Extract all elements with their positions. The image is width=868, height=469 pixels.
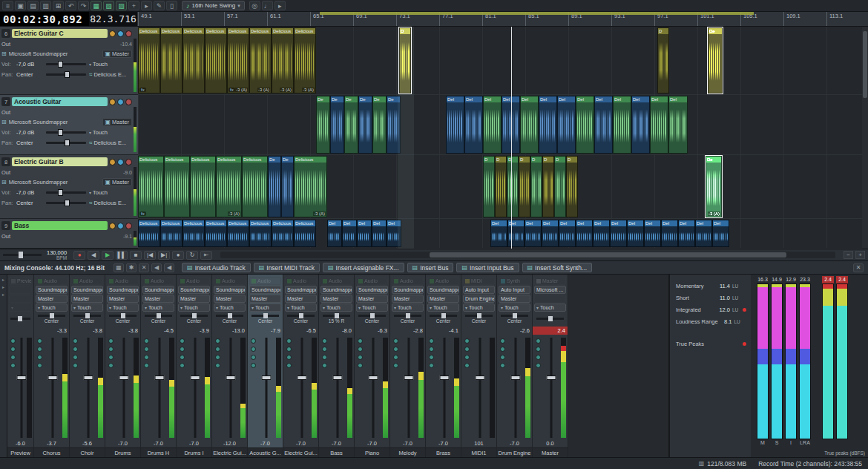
audio-clip[interactable]: De — [344, 96, 358, 154]
audio-clip[interactable]: Delicious — [138, 220, 160, 247]
volume-fader[interactable] — [114, 336, 134, 439]
mute-button[interactable] — [109, 99, 116, 105]
mixer-channel-strip[interactable]: Audio Soundmapper Master ▾Touch Center -… — [212, 275, 248, 457]
fx-chain[interactable]: ≈Delicious E... — [89, 71, 132, 78]
audio-clip[interactable]: Delicious fx — [138, 156, 164, 217]
pan-control[interactable]: Center — [426, 312, 461, 327]
channel-output-bus[interactable]: Master — [71, 295, 103, 303]
channel-automation[interactable]: ▾Touch — [356, 304, 388, 312]
automation-mode[interactable]: ▾Touch — [89, 189, 132, 196]
close-icon[interactable]: ✕ — [853, 263, 864, 272]
audio-clip[interactable]: Del — [712, 220, 729, 247]
solo-button[interactable] — [117, 99, 124, 105]
audio-clip[interactable]: Delicious — [205, 27, 227, 94]
insert-button[interactable]: ▤ Insert Soft Synth... — [522, 263, 592, 272]
audio-clip[interactable]: Del — [610, 220, 627, 247]
volume-fader[interactable] — [257, 336, 276, 439]
audio-clip[interactable]: D — [657, 27, 669, 94]
pan-control[interactable] — [7, 312, 33, 327]
clip-header[interactable]: Delicious — [139, 157, 163, 163]
mixer-channel-strip[interactable]: Audio Soundmapper Master ▾Touch 15 % R -… — [319, 275, 355, 457]
toolbar-icon[interactable]: ⊞ — [53, 1, 64, 10]
fader-thumb[interactable] — [262, 375, 272, 380]
audio-clip[interactable]: Del — [464, 96, 483, 154]
clip-header[interactable]: Delicious — [228, 28, 249, 34]
volume-fader[interactable] — [470, 336, 490, 439]
send-knobs[interactable] — [427, 336, 435, 439]
fader-thumb[interactable] — [511, 375, 521, 380]
send-knobs[interactable] — [142, 336, 150, 439]
clip-header[interactable]: Del — [611, 220, 626, 226]
audio-clip[interactable]: Del — [695, 220, 712, 247]
track-header[interactable]: 7 Acoustic Guitar Out ⊞ Microsoft Soundm… — [0, 95, 138, 155]
audio-clip[interactable]: D — [483, 156, 495, 217]
channel-output-bus[interactable]: Master — [107, 295, 139, 303]
clip-header[interactable]: Del — [651, 96, 668, 102]
send-knobs[interactable] — [463, 336, 470, 439]
audio-clip[interactable]: Del — [593, 220, 610, 247]
audio-clip[interactable]: Delicious fx — [138, 27, 160, 94]
audio-clip[interactable]: Del — [327, 220, 342, 247]
channel-name[interactable]: Choir — [70, 447, 105, 457]
pan-control[interactable] — [533, 312, 568, 327]
mixer-channel-strip[interactable]: Preview ▾ -6.0 Preview — [7, 275, 34, 457]
fx-chain[interactable]: ≈Delicious E... — [89, 200, 132, 206]
volume-slider[interactable] — [46, 63, 86, 65]
channel-output-bus[interactable]: Master — [320, 295, 352, 303]
fader-thumb[interactable] — [84, 375, 93, 380]
clip-header[interactable]: Del — [632, 96, 649, 102]
horizontal-scrollbar[interactable] — [220, 252, 835, 258]
channel-input[interactable]: Soundmapper — [427, 286, 459, 294]
channel-output-bus[interactable]: Master — [36, 295, 68, 303]
volume-fader[interactable] — [185, 336, 205, 439]
audio-clip[interactable]: Delicious -3 (A) — [216, 156, 242, 217]
mixer-channel-strip[interactable]: Audio Soundmapper Master ▾Touch Center -… — [283, 275, 319, 457]
audio-clip[interactable]: Delicious — [227, 220, 249, 247]
pan-control[interactable]: Center — [70, 312, 105, 327]
record-arm-button[interactable] — [125, 99, 132, 105]
track-header[interactable]: 8 Electric Guitar B Out -9.0 ⊞ Microsoft… — [0, 155, 138, 219]
channel-input[interactable]: Soundmapper — [392, 286, 424, 294]
clip-header[interactable]: Del — [645, 220, 660, 226]
channel-automation[interactable]: ▾Touch — [463, 304, 495, 312]
audio-clip[interactable]: D — [530, 156, 542, 217]
send-knobs[interactable] — [356, 336, 364, 439]
mixer-channel-strip[interactable]: Audio Soundmapper Master ▾Touch Center -… — [426, 275, 461, 457]
clip-header[interactable]: Del — [343, 220, 356, 226]
transport-button[interactable]: ● — [73, 251, 85, 260]
channel-name[interactable]: Drums H — [141, 447, 176, 457]
fader-thumb[interactable] — [226, 375, 236, 380]
mixer-channel-strip[interactable]: Audio Soundmapper Master ▾Touch Center -… — [70, 275, 105, 457]
fader-thumb[interactable] — [119, 375, 129, 380]
automation-mode[interactable]: ▾Touch — [89, 61, 132, 68]
send-knobs[interactable] — [534, 336, 542, 439]
clip-header[interactable]: Del — [484, 96, 501, 102]
record-arm-button[interactable] — [125, 223, 132, 229]
clip-header[interactable]: Del — [662, 220, 677, 226]
clip-header[interactable]: Del — [669, 96, 687, 102]
audio-clip[interactable]: Delicious fx -3 (A) — [227, 27, 249, 94]
toolbar-icon[interactable]: ▣ — [15, 1, 26, 10]
clip-header[interactable]: Delicious — [161, 28, 182, 34]
mixer-channel-strip[interactable]: Audio Soundmapper Master ▾Touch Center -… — [355, 275, 390, 457]
pan-slider[interactable] — [46, 202, 86, 204]
tempo-display[interactable]: 130,000 BPM — [47, 250, 67, 260]
audio-clip[interactable]: Delicious — [242, 156, 268, 217]
clip-header[interactable]: Delicious — [217, 157, 241, 163]
clip-header[interactable]: Del — [491, 220, 507, 226]
clip-header[interactable]: Del — [447, 96, 464, 102]
insert-button[interactable]: ▤ Insert Assignable FX... — [323, 263, 404, 272]
channel-name[interactable]: Chorus — [34, 447, 69, 457]
fader-thumb[interactable] — [155, 375, 165, 380]
toolbar-icon[interactable]: ▥ — [40, 1, 51, 10]
volume-fader[interactable] — [292, 336, 312, 439]
clip-header[interactable]: Del — [465, 96, 482, 102]
pan-control[interactable]: Center — [34, 312, 69, 327]
clip-header[interactable]: Delicious — [206, 220, 226, 226]
channel-input[interactable] — [9, 286, 32, 294]
clip-header[interactable]: Del — [328, 220, 341, 226]
track-lane[interactable]: Delicious fx Delicious Delicious — [138, 155, 862, 219]
record-arm-button[interactable] — [125, 30, 132, 37]
channel-input[interactable]: Soundmapper — [71, 286, 103, 294]
playhead[interactable] — [511, 27, 512, 249]
